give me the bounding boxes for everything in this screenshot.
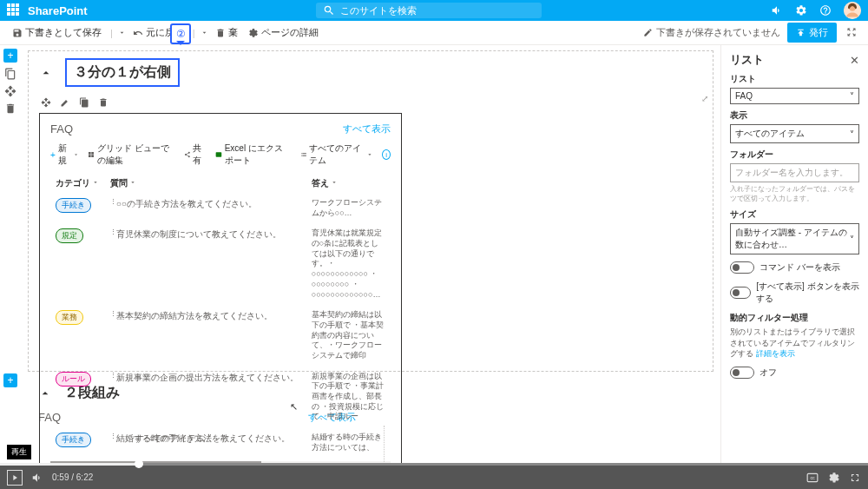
copy-icon[interactable] [4,68,16,80]
webpart-title: FAQ [50,122,73,135]
add-section-button[interactable]: + [3,49,17,63]
panel-title: リスト [730,52,764,68]
column-divider [384,426,385,463]
page-canvas: ３分の１が右側 ⤢ FAQ すべて表示 +新規 [21,45,720,463]
section-title[interactable]: ３分の１が右側 [65,58,180,87]
export-button[interactable]: Excel にエクスポート [215,142,292,167]
show-all-link[interactable]: すべて表示 [343,122,391,135]
column-header-answer[interactable]: 答え [306,174,391,193]
question-cell: ⋮新規事業の企画の提出方法を教えてください。 [105,367,306,427]
answer-cell: ワークフローシステムから○○… [306,193,391,223]
duplicate-icon[interactable] [79,97,89,108]
chevron-down-icon[interactable] [201,29,208,36]
details-link[interactable]: 詳細を表示 [756,349,795,358]
category-tag: 手続き [56,198,91,213]
chevron-down-icon: ˅ [850,235,854,244]
new-item-button[interactable]: +新規 [50,142,79,167]
question-cell: ⋮結婚する時の手続き方法を教えてください。 [105,427,306,458]
table-row[interactable]: ルール ⋮新規事業の企画の提出方法を教えてください。 新規事業の企画は以下の手順… [50,367,391,427]
play-button[interactable] [7,470,23,486]
share-icon [184,150,191,159]
size-field-label: サイズ [730,208,859,221]
share-button[interactable]: 共有 [184,142,207,167]
chevron-down-icon[interactable] [118,29,126,36]
expand-icon[interactable] [844,24,859,42]
answer-cell: 結婚する時の手続き方法については、 [306,427,391,458]
category-tag: 業務 [56,310,83,325]
grid-icon [88,150,95,159]
folder-input[interactable]: フォルダー名を入力します。 [730,163,859,182]
mouse-cursor: ↖ [290,401,298,413]
app-launcher-icon[interactable] [7,3,21,17]
settings-icon [248,28,259,38]
category-tag: 規定 [56,228,83,243]
filter-description: 別のリストまたはライブラリで選択されているアイテムでフィルタリングする 詳細を表… [730,327,859,360]
search-placeholder: このサイトを検索 [340,4,417,17]
avatar[interactable] [844,2,861,19]
settings-icon[interactable] [828,472,840,484]
folder-field-label: フォルダー [730,149,859,161]
playback-label: 再生 [7,445,31,459]
commandbar-toggle[interactable] [730,261,754,274]
toggle-label: コマンド バーを表示 [760,261,840,274]
suite-header: SharePoint このサイトを検索 [0,0,868,21]
answer-cell: 基本契約の締結は以下の手順で ・基本契約書の内容について、・ワークフローシステム… [306,305,391,366]
undo-icon [133,28,143,38]
column-header-category[interactable]: カテゴリ [50,174,105,193]
section-rail: + + [0,45,21,463]
step-annotation: ② [170,23,191,44]
table-row[interactable]: 規定 ⋮育児休業の制度について教えてください。 育児休業は就業規定の○条に記載表… [50,223,391,305]
discard-button[interactable]: 棄 [212,23,241,42]
chevron-down-icon: ˅ [850,129,854,139]
video-progress[interactable] [0,463,868,466]
info-icon[interactable]: i [382,149,391,160]
table-row[interactable]: 手続き ⋮結婚する時の手続き方法を教えてください。 結婚する時の手続き方法につい… [50,427,391,458]
megaphone-icon[interactable] [771,4,783,17]
publish-icon [796,28,806,37]
app-name: SharePoint [28,4,88,17]
size-select[interactable]: 自動サイズ調整 - アイテムの数に合わせ…˅ [730,223,859,254]
property-panel: リスト ✕ リスト FAQ˅ 表示 すべてのアイテム˅ フォルダー フォルダー名… [720,45,868,463]
resize-handle-icon[interactable]: ⤢ [701,94,708,103]
question-cell: ⋮基本契約の締結方法を教えてください。 [105,305,306,366]
search-input[interactable]: このサイトを検索 [316,3,542,18]
gear-icon[interactable] [795,4,807,17]
list-table: カテゴリ 質問 答え 手続き ⋮○○の手続き方法を教えてください。 ワークフロー… [50,174,391,458]
edit-icon[interactable] [60,97,70,108]
draft-status: 下書きが保存されていません [643,26,780,39]
move-icon[interactable] [41,97,51,108]
showall-toggle[interactable] [730,287,751,299]
add-section-button-2[interactable]: + [3,373,17,387]
help-icon[interactable] [819,4,832,17]
table-row[interactable]: 手続き ⋮○○の手続き方法を教えてください。 ワークフローシステムから○○… [50,193,391,223]
question-cell: ⋮○○の手続き方法を教えてください。 [105,193,306,223]
save-draft-button[interactable]: 下書きとして保存 [9,23,105,42]
close-icon[interactable]: ✕ [850,54,859,67]
grid-edit-button[interactable]: グリッド ビューでの編集 [88,142,174,167]
answer-cell: 育児休業は就業規定の○条に記載表としては以下の通りです。・○○○○○○○○○○○… [306,223,391,305]
question-cell: ⋮育児休業の制度について教えてください。 [105,223,306,305]
filter-toggle[interactable] [730,367,754,379]
publish-button[interactable]: 発行 [787,23,837,43]
list-select[interactable]: FAQ˅ [730,88,859,104]
search-icon [323,4,335,17]
delete-icon[interactable] [98,97,108,108]
captions-icon[interactable]: cc [806,472,819,484]
folder-help-text: 入れ子になったフォルダーでは、パスをツで区切って入力します。 [730,184,859,203]
toggle-label: [すべて表示] ボタンを表示する [756,281,859,305]
section-collapse-icon[interactable] [39,66,53,80]
view-selector[interactable]: すべてのアイテム [300,142,373,167]
volume-icon[interactable] [31,472,43,484]
list-icon [300,150,307,159]
table-row[interactable]: 業務 ⋮基本契約の締結方法を教えてください。 基本契約の締結は以下の手順で ・基… [50,305,391,366]
list-webpart: FAQ すべて表示 +新規 グリッド ビューでの編集 共有 Excel にエクス… [39,113,402,463]
fullscreen-icon[interactable] [849,472,861,484]
page-details-button[interactable]: ページの詳細 [245,23,322,42]
pencil-icon [643,28,653,37]
svg-rect-2 [215,152,221,156]
view-field-label: 表示 [730,109,859,122]
move-icon[interactable] [4,85,16,97]
delete-icon[interactable] [4,102,16,115]
view-select[interactable]: すべてのアイテム˅ [730,124,859,143]
column-header-question[interactable]: 質問 [105,174,306,193]
